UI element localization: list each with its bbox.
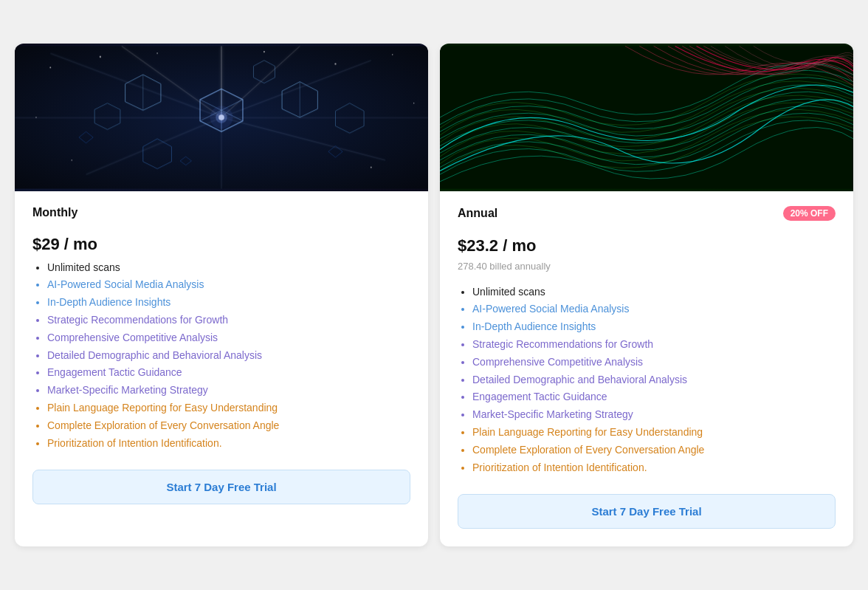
monthly-features-list: Unlimited scansAI-Powered Social Media A… (32, 259, 410, 453)
list-item: In-Depth Audience Insights (47, 294, 410, 312)
monthly-cta-button[interactable]: Start 7 Day Free Trial (32, 470, 410, 504)
list-item: Plain Language Reporting for Easy Unders… (47, 399, 410, 417)
list-item: AI-Powered Social Media Analysis (47, 276, 410, 294)
svg-point-30 (100, 55, 101, 57)
list-item: AI-Powered Social Media Analysis (472, 301, 836, 318)
list-item: Market-Specific Marketing Strategy (47, 382, 410, 399)
svg-point-36 (371, 166, 372, 168)
monthly-card: Monthly $29 / mo Unlimited scansAI-Power… (15, 44, 428, 547)
list-item: Market-Specific Marketing Strategy (472, 406, 836, 424)
list-item: Prioritization of Intention Identificati… (472, 459, 836, 477)
monthly-plan-header: Monthly (32, 206, 410, 219)
svg-point-33 (334, 63, 336, 64)
list-item: Unlimited scans (472, 284, 836, 301)
list-item: Unlimited scans (47, 259, 410, 277)
svg-point-28 (210, 106, 233, 128)
svg-point-31 (156, 52, 158, 54)
monthly-card-content: Monthly $29 / mo Unlimited scansAI-Power… (15, 191, 428, 523)
list-item: Detailed Demographic and Behavioral Anal… (472, 371, 836, 389)
annual-price: $23.2 / mo (458, 227, 836, 258)
annual-billed-note: 278.40 billed annually (458, 261, 836, 272)
annual-cta-button[interactable]: Start 7 Day Free Trial (458, 494, 836, 529)
svg-point-38 (35, 117, 37, 118)
annual-features-list: Unlimited scansAI-Powered Social Media A… (458, 284, 836, 477)
monthly-hero-image (15, 44, 428, 191)
monthly-price: $29 / mo (32, 225, 410, 256)
list-item: Plain Language Reporting for Easy Unders… (472, 424, 836, 442)
annual-hero-image (440, 44, 853, 191)
svg-point-29 (49, 66, 51, 68)
svg-point-32 (264, 51, 265, 52)
svg-point-34 (392, 54, 393, 55)
annual-plan-header: Annual 20% OFF (458, 206, 836, 221)
list-item: Strategic Recommendations for Growth (47, 312, 410, 329)
list-item: Detailed Demographic and Behavioral Anal… (47, 347, 410, 365)
monthly-plan-name: Monthly (32, 206, 78, 219)
svg-point-35 (71, 159, 72, 161)
annual-plan-name: Annual (458, 207, 497, 220)
annual-discount-badge: 20% OFF (783, 206, 836, 221)
list-item: Engagement Tactic Guidance (47, 364, 410, 382)
list-item: Prioritization of Intention Identificati… (47, 435, 410, 453)
svg-point-37 (413, 103, 415, 104)
list-item: Comprehensive Competitive Analysis (47, 329, 410, 347)
annual-card-content: Annual 20% OFF $23.2 / mo 278.40 billed … (440, 191, 853, 547)
list-item: In-Depth Audience Insights (472, 318, 836, 336)
pricing-container: Monthly $29 / mo Unlimited scansAI-Power… (15, 44, 853, 547)
list-item: Complete Exploration of Every Conversati… (472, 442, 836, 459)
annual-card: Annual 20% OFF $23.2 / mo 278.40 billed … (440, 44, 853, 547)
list-item: Complete Exploration of Every Conversati… (47, 417, 410, 435)
list-item: Strategic Recommendations for Growth (472, 336, 836, 354)
list-item: Engagement Tactic Guidance (472, 388, 836, 406)
list-item: Comprehensive Competitive Analysis (472, 354, 836, 371)
